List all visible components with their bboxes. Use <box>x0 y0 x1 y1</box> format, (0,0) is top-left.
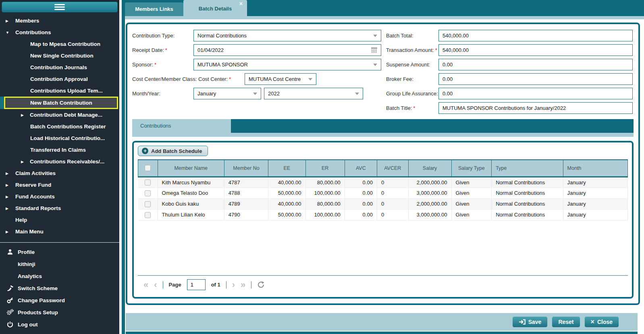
cell-ee: 50,000.00 <box>268 209 305 220</box>
month-select[interactable]: January <box>193 88 261 99</box>
expander-icon: ▶ <box>6 206 15 210</box>
cell-month: January <box>563 198 627 209</box>
table-row[interactable]: Thulum Lilian Kelo 4790 50,000.00 100,00… <box>138 209 628 220</box>
sidebar-item[interactable]: Help <box>0 214 119 226</box>
broker-fee-field[interactable] <box>438 73 633 85</box>
cost-center-select[interactable]: MUTUMA Cost Centre <box>245 73 316 85</box>
cell-avc: 0.00 <box>345 209 377 220</box>
sidebar-item-switch-scheme[interactable]: Switch Scheme <box>0 282 119 294</box>
select-all-checkbox[interactable] <box>145 165 151 171</box>
batch-schedule-rows: Kith Marcus Nyambu 4787 40,000.00 80,000… <box>138 177 628 220</box>
save-button[interactable]: Save <box>512 316 548 328</box>
sidebar-item[interactable]: ▶ Contributions Receivables/... <box>0 156 119 167</box>
contribution-type-label: Contribution Type: <box>132 33 193 39</box>
table-row[interactable]: Kith Marcus Nyambu 4787 40,000.00 80,000… <box>138 177 628 188</box>
row-checkbox[interactable] <box>145 190 151 196</box>
sidebar-item[interactable]: ▶ Claim Activities <box>0 167 119 179</box>
col-salary-type: Salary Type <box>451 160 492 177</box>
receipt-date-field[interactable] <box>193 44 381 56</box>
tab-close-icon[interactable]: × <box>239 1 243 6</box>
receipt-date-label: Receipt Date:* <box>132 47 193 53</box>
sidebar-item-username[interactable]: kithinji <box>0 258 119 270</box>
sidebar-item[interactable]: Contribution Journals <box>0 62 119 73</box>
sidebar-item[interactable]: ▶ Standard Reports <box>0 202 119 214</box>
pagination-bar: « ‹ Page of 1 › » <box>138 275 628 294</box>
menu-toggle-button[interactable] <box>2 2 118 12</box>
reset-button[interactable]: Reset <box>552 316 580 328</box>
batch-total-field[interactable] <box>438 30 633 41</box>
expander-icon: ▶ <box>6 195 15 199</box>
receipt-date-input[interactable] <box>197 47 371 53</box>
last-page-button[interactable]: » <box>241 280 245 289</box>
sidebar-item[interactable]: Load Historical Contributio... <box>0 132 119 144</box>
calendar-icon[interactable] <box>371 47 377 53</box>
transaction-amount-input[interactable] <box>442 47 629 53</box>
sidebar-item[interactable]: ▶ Members <box>0 15 119 27</box>
cell-avcer: 0 <box>377 188 408 198</box>
add-batch-schedule-button[interactable]: + Add Batch Schedule <box>138 146 208 156</box>
sidebar-item[interactable]: Contributions Upload Tem... <box>0 85 119 97</box>
transaction-amount-label: Transaction Amount:* <box>386 47 438 53</box>
expander-icon: ▶ <box>21 160 30 164</box>
sidebar-item[interactable]: Contribution Approval <box>0 73 119 85</box>
col-ee: EE <box>268 160 305 177</box>
cost-center-label: Cost Center/Member Class: Cost Center:* <box>132 76 245 82</box>
row-checkbox[interactable] <box>145 201 151 207</box>
tab-members-links[interactable]: Members Links <box>125 2 183 16</box>
table-row[interactable]: Omega Telasto Doo 4788 50,000.00 100,000… <box>138 188 628 198</box>
col-member-no: Member No <box>224 160 268 177</box>
sidebar-item[interactable]: ▼ Contributions <box>0 27 119 38</box>
contribution-type-select[interactable]: Normal Contributions <box>193 30 381 41</box>
content-left-rail <box>122 0 125 334</box>
tab-batch-details[interactable]: Batch Details × <box>183 0 247 19</box>
sidebar-item[interactable]: Map to Mpesa Contribution <box>0 38 119 50</box>
group-life-label: Group Life Assurance: <box>386 91 438 97</box>
suspense-amount-input[interactable] <box>442 62 629 68</box>
group-life-field[interactable] <box>438 88 633 99</box>
prev-page-button[interactable]: ‹ <box>154 280 157 289</box>
row-checkbox[interactable] <box>145 179 151 186</box>
next-page-button[interactable]: › <box>232 280 235 289</box>
sidebar-item[interactable]: ▶ Fund Accounts <box>0 191 119 202</box>
sidebar-item[interactable]: New Single Contribution <box>0 50 119 62</box>
sidebar-item-label: Members <box>15 18 39 24</box>
sponsor-select[interactable]: MUTUMA SPONSOR <box>193 59 381 70</box>
batch-title-field[interactable] <box>438 102 633 114</box>
page-number-input[interactable] <box>187 279 206 290</box>
sidebar-item-profile[interactable]: Profile <box>0 246 119 258</box>
sidebar-item-label: Fund Accounts <box>15 194 55 200</box>
sidebar-item[interactable]: New Batch Contribution <box>4 97 118 109</box>
batch-total-label: Batch Total: <box>386 33 438 39</box>
sponsor-label: Sponsor:* <box>132 62 193 68</box>
sidebar-item-change-password[interactable]: Change Password <box>0 294 119 306</box>
sidebar-item-label: New Single Contribution <box>30 53 93 59</box>
sidebar-item[interactable]: Batch Contributions Register <box>0 121 119 132</box>
suspense-amount-field[interactable] <box>438 59 633 70</box>
close-button[interactable]: × Close <box>584 316 619 328</box>
batch-title-input[interactable] <box>442 105 629 111</box>
sidebar-item-logout[interactable]: Log out <box>0 318 119 330</box>
tab-bar: Members Links Batch Details × <box>125 0 644 16</box>
expander-icon: ▶ <box>6 171 15 175</box>
sidebar-item[interactable]: ▶ Contribution Debt Manage... <box>0 109 119 121</box>
sidebar-item-products-setup[interactable]: Products Setup <box>0 306 119 318</box>
sidebar-item[interactable]: Transferred In Claims <box>0 144 119 156</box>
row-checkbox[interactable] <box>145 212 151 218</box>
tab-contributions[interactable]: Contributions <box>132 119 231 133</box>
batch-total-input[interactable] <box>442 33 629 39</box>
cell-salary: 2,000,000.00 <box>408 177 451 188</box>
transaction-amount-field[interactable] <box>438 44 633 56</box>
products-setup-label: Products Setup <box>18 309 58 315</box>
sidebar-item-analytics[interactable]: Analytics <box>0 270 119 282</box>
table-row[interactable]: Kobo Guis kaku 4789 40,000.00 80,000.00 … <box>138 198 628 209</box>
refresh-button[interactable] <box>257 281 265 289</box>
broker-fee-input[interactable] <box>442 76 629 82</box>
year-select[interactable]: 2022 <box>264 88 363 99</box>
sidebar-item[interactable]: ▶ Main Menu <box>0 226 119 237</box>
cell-month: January <box>563 188 627 198</box>
sidebar-utility-section: Profile kithinji Analytics Switch Scheme <box>0 242 119 330</box>
first-page-button[interactable]: « <box>143 280 148 289</box>
group-life-input[interactable] <box>442 91 629 97</box>
cell-member-no: 4789 <box>224 198 268 209</box>
sidebar-item[interactable]: ▶ Reserve Fund <box>0 179 119 191</box>
